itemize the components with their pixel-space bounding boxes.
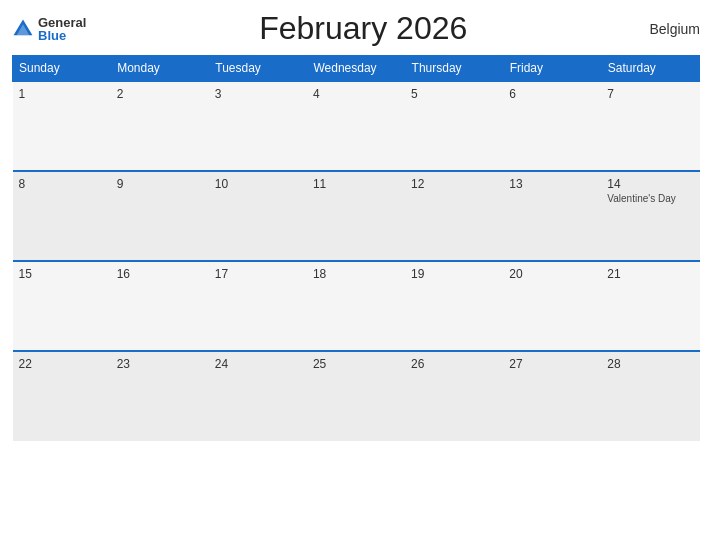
day-number: 14	[607, 177, 693, 191]
calendar-cell: 27	[503, 351, 601, 441]
calendar-cell: 9	[111, 171, 209, 261]
logo-icon	[12, 18, 34, 40]
day-number: 16	[117, 267, 203, 281]
day-number: 12	[411, 177, 497, 191]
col-saturday: Saturday	[601, 56, 699, 82]
day-number: 10	[215, 177, 301, 191]
calendar-week-3: 15161718192021	[13, 261, 700, 351]
logo-text: General Blue	[38, 16, 86, 42]
col-sunday: Sunday	[13, 56, 111, 82]
calendar-week-2: 891011121314Valentine's Day	[13, 171, 700, 261]
day-number: 11	[313, 177, 399, 191]
day-number: 21	[607, 267, 693, 281]
month-title: February 2026	[86, 10, 640, 47]
calendar-cell: 25	[307, 351, 405, 441]
calendar-cell: 26	[405, 351, 503, 441]
day-number: 15	[19, 267, 105, 281]
calendar-cell: 4	[307, 81, 405, 171]
logo-general: General	[38, 16, 86, 29]
day-number: 27	[509, 357, 595, 371]
country-label: Belgium	[640, 21, 700, 37]
calendar-cell: 18	[307, 261, 405, 351]
calendar-cell: 20	[503, 261, 601, 351]
calendar-cell: 19	[405, 261, 503, 351]
calendar-cell: 13	[503, 171, 601, 261]
calendar-cell: 22	[13, 351, 111, 441]
calendar-week-1: 1234567	[13, 81, 700, 171]
calendar-cell: 5	[405, 81, 503, 171]
day-number: 5	[411, 87, 497, 101]
calendar-cell: 21	[601, 261, 699, 351]
event-label: Valentine's Day	[607, 193, 693, 204]
day-number: 24	[215, 357, 301, 371]
calendar-cell: 24	[209, 351, 307, 441]
calendar-cell: 11	[307, 171, 405, 261]
day-number: 2	[117, 87, 203, 101]
calendar-cell: 2	[111, 81, 209, 171]
day-number: 4	[313, 87, 399, 101]
day-number: 1	[19, 87, 105, 101]
calendar-cell: 8	[13, 171, 111, 261]
calendar-cell: 1	[13, 81, 111, 171]
day-number: 13	[509, 177, 595, 191]
day-number: 7	[607, 87, 693, 101]
calendar-body: 1234567891011121314Valentine's Day151617…	[13, 81, 700, 441]
col-thursday: Thursday	[405, 56, 503, 82]
calendar-wrapper: General Blue February 2026 Belgium Sunda…	[0, 0, 712, 550]
calendar-table: Sunday Monday Tuesday Wednesday Thursday…	[12, 55, 700, 441]
day-number: 18	[313, 267, 399, 281]
col-tuesday: Tuesday	[209, 56, 307, 82]
calendar-cell: 12	[405, 171, 503, 261]
logo-blue: Blue	[38, 29, 86, 42]
col-friday: Friday	[503, 56, 601, 82]
day-number: 25	[313, 357, 399, 371]
day-number: 28	[607, 357, 693, 371]
day-number: 17	[215, 267, 301, 281]
calendar-cell: 23	[111, 351, 209, 441]
day-number: 19	[411, 267, 497, 281]
calendar-header: General Blue February 2026 Belgium	[12, 10, 700, 47]
day-number: 3	[215, 87, 301, 101]
col-wednesday: Wednesday	[307, 56, 405, 82]
day-number: 6	[509, 87, 595, 101]
calendar-cell: 15	[13, 261, 111, 351]
calendar-cell: 10	[209, 171, 307, 261]
day-number: 20	[509, 267, 595, 281]
calendar-cell: 6	[503, 81, 601, 171]
day-number: 23	[117, 357, 203, 371]
calendar-cell: 17	[209, 261, 307, 351]
calendar-cell: 14Valentine's Day	[601, 171, 699, 261]
calendar-cell: 28	[601, 351, 699, 441]
calendar-week-4: 22232425262728	[13, 351, 700, 441]
calendar-cell: 7	[601, 81, 699, 171]
col-monday: Monday	[111, 56, 209, 82]
day-number: 9	[117, 177, 203, 191]
calendar-cell: 16	[111, 261, 209, 351]
logo: General Blue	[12, 16, 86, 42]
calendar-header-row: Sunday Monday Tuesday Wednesday Thursday…	[13, 56, 700, 82]
calendar-cell: 3	[209, 81, 307, 171]
day-number: 22	[19, 357, 105, 371]
day-number: 26	[411, 357, 497, 371]
day-number: 8	[19, 177, 105, 191]
